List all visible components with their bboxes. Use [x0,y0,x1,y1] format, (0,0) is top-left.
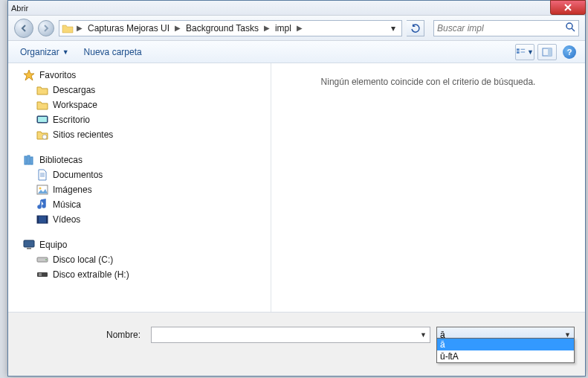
close-button[interactable] [550,0,586,15]
chevron-right-icon[interactable]: ▶ [74,24,85,32]
chevron-down-icon: ▼ [62,48,69,56]
svg-rect-16 [24,240,34,247]
tree-item-label: Workspace [53,100,97,110]
sidebar-item-removable-disk[interactable]: Disco extraíble (H:) [8,267,271,282]
new-folder-label: Nueva carpeta [84,47,142,57]
sidebar-item-pictures[interactable]: Imágenes [8,182,271,197]
svg-rect-8 [25,156,27,164]
favorites-group: Favoritos Descargas Workspace Escritorio… [8,68,271,142]
svg-rect-14 [37,216,39,223]
svg-rect-15 [46,216,48,223]
sidebar-item-documents[interactable]: Documentos [8,167,271,182]
pictures-icon [36,184,48,196]
breadcrumb-item[interactable]: Background Tasks [183,23,262,33]
recent-icon [36,129,48,141]
sidebar-item-desktop[interactable]: Escritorio [8,112,271,127]
filetype-option[interactable]: ā [437,339,574,350]
folder-icon [36,84,48,96]
folder-icon [36,99,48,111]
tree-item-label: Música [53,199,81,210]
tree-item-label: Documentos [53,170,103,180]
breadcrumb-item[interactable]: impl [272,23,294,33]
document-icon [36,169,48,181]
svg-rect-21 [39,273,42,276]
svg-rect-1 [517,48,520,51]
breadcrumb-item[interactable]: Capturas Mejoras UI [85,23,172,33]
tree-item-label: Disco local (C:) [53,254,113,265]
window-title: Abrir [11,4,28,13]
sidebar-item-downloads[interactable]: Descargas [8,83,271,97]
view-options-button[interactable]: ▼ [515,44,534,60]
toolbar: Organizar ▼ Nueva carpeta ▼ ? [8,41,585,63]
tree-item-label: Escritorio [53,115,90,125]
file-list-pane: Ningún elemento coincide con el criterio… [271,63,585,312]
favorites-label: Favoritos [39,70,76,80]
tree-item-label: Vídeos [53,214,80,225]
search-icon[interactable] [565,22,575,34]
desktop-icon [36,114,48,126]
chevron-right-icon[interactable]: ▶ [262,24,272,32]
libraries-label: Bibliotecas [39,155,83,165]
nav-back-button[interactable] [14,19,33,38]
tree-item-label: Imágenes [53,185,92,195]
chevron-down-icon: ▼ [564,331,571,339]
libraries-header[interactable]: Bibliotecas [8,153,271,167]
navbar: ▶ Capturas Mejoras UI ▶ Background Tasks… [8,16,585,41]
favorites-header[interactable]: Favoritos [8,68,271,83]
filename-label: Nombre: [19,330,145,340]
svg-rect-10 [30,157,33,164]
help-icon: ? [563,45,576,59]
star-icon [23,69,35,81]
filename-input[interactable]: ▼ [151,327,430,343]
search-box[interactable] [433,20,579,36]
svg-point-0 [566,23,572,29]
computer-icon [23,239,35,251]
preview-pane-button[interactable] [537,44,557,60]
libraries-group: Bibliotecas Documentos Imágenes Música V… [8,153,271,227]
chevron-right-icon[interactable]: ▶ [294,24,305,32]
svg-point-19 [45,259,47,260]
music-icon [36,199,48,211]
disk-icon [36,254,48,266]
computer-label: Equipo [39,240,67,250]
svg-point-7 [42,135,47,139]
navigation-sidebar[interactable]: Favoritos Descargas Workspace Escritorio… [8,63,271,312]
help-button[interactable]: ? [560,44,579,60]
titlebar: Abrir [8,1,585,16]
tree-item-label: Disco extraíble (H:) [53,269,129,280]
organize-label: Organizar [20,47,59,57]
svg-rect-4 [548,48,552,56]
sidebar-item-workspace[interactable]: Workspace [8,97,271,112]
folder-icon [61,22,74,34]
refresh-button[interactable] [407,20,424,36]
filetype-option[interactable]: ū-ſtA [437,350,574,362]
address-dropdown-icon[interactable]: ▾ [387,23,400,33]
search-input[interactable] [437,23,565,33]
bottom-bar: Nombre: ▼ ā ▼ ā ū-ſtA [8,312,585,376]
sidebar-item-local-disk[interactable]: Disco local (C:) [8,252,271,267]
empty-message: Ningún elemento coincide con el criterio… [321,77,536,87]
chevron-down-icon: ▼ [527,48,534,56]
svg-rect-9 [28,156,30,164]
chevron-right-icon[interactable]: ▶ [172,24,183,32]
computer-group: Equipo Disco local (C:) Disco extraíble … [8,237,271,282]
address-bar[interactable]: ▶ Capturas Mejoras UI ▶ Background Tasks… [59,20,402,36]
tree-item-label: Descargas [53,85,95,95]
tree-item-label: Sitios recientes [53,129,113,140]
svg-rect-6 [38,117,47,122]
svg-point-12 [39,188,42,190]
filetype-dropdown: ā ū-ſtA [436,338,575,363]
video-icon [36,214,48,225]
sidebar-item-recent[interactable]: Sitios recientes [8,127,271,142]
chevron-down-icon[interactable]: ▼ [420,331,427,339]
nav-forward-button[interactable] [38,20,54,36]
libraries-icon [23,154,35,166]
new-folder-button[interactable]: Nueva carpeta [78,44,148,60]
sidebar-item-videos[interactable]: Vídeos [8,212,271,227]
removable-disk-icon [36,269,48,281]
sidebar-item-music[interactable]: Música [8,197,271,212]
computer-header[interactable]: Equipo [8,237,271,252]
organize-button[interactable]: Organizar ▼ [14,44,75,60]
svg-rect-13 [37,216,48,223]
svg-rect-2 [517,51,520,54]
